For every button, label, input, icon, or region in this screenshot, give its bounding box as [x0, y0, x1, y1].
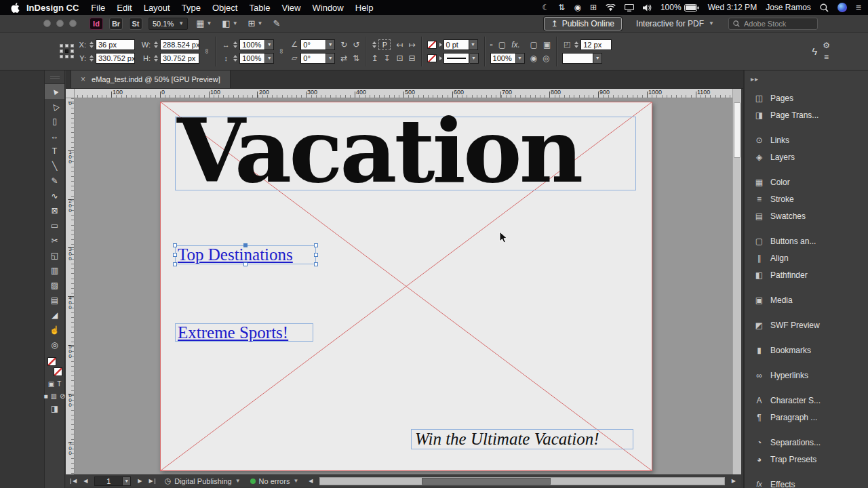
- panel-button-stroke[interactable]: ≡Stroke: [745, 190, 868, 207]
- wrap-jump-icon[interactable]: ◎: [542, 54, 549, 63]
- frame-tool[interactable]: ⊠: [45, 203, 64, 218]
- h-stepper[interactable]: [153, 54, 159, 63]
- gradient-feather-tool[interactable]: ▨: [45, 278, 64, 293]
- zoom-level-dropdown[interactable]: 50.1%▼: [149, 18, 188, 30]
- panel-button-align[interactable]: ∥Align: [745, 249, 868, 266]
- panel-button-separations-preview[interactable]: ◔Separations...: [745, 434, 868, 451]
- panel-button-trap-presets[interactable]: ◕Trap Presets: [745, 451, 868, 468]
- type-tool[interactable]: T: [45, 144, 64, 159]
- fill-swatch[interactable]: [47, 357, 56, 366]
- top-destinations-text-frame[interactable]: Top Destinations: [175, 245, 316, 264]
- menu-file[interactable]: File: [91, 3, 105, 13]
- volume-icon[interactable]: [643, 4, 652, 12]
- selection-handle[interactable]: [243, 243, 248, 247]
- x-position-input[interactable]: 36 px: [96, 39, 135, 50]
- fill-stroke-controls[interactable]: [45, 355, 65, 378]
- corner-radius-stepper[interactable]: [573, 40, 579, 49]
- panel-button-page-transitions[interactable]: ◨Page Trans...: [745, 106, 868, 123]
- menu-edit[interactable]: Edit: [117, 3, 132, 13]
- apply-color-icon[interactable]: ■: [44, 393, 48, 400]
- footer-text-frame[interactable]: Win the Ultimate Vacation!: [411, 429, 633, 449]
- menu-layout[interactable]: Layout: [144, 3, 170, 13]
- headline-text-frame[interactable]: Vacation: [175, 117, 636, 190]
- fit-content-icon[interactable]: ↤: [396, 40, 403, 49]
- page-number-dropdown[interactable]: 1▼: [94, 476, 131, 486]
- panel-button-swatches[interactable]: ▤Swatches: [745, 207, 868, 224]
- apple-menu[interactable]: [11, 3, 20, 13]
- center-content-icon[interactable]: ⊡: [396, 54, 403, 63]
- selection-handle[interactable]: [173, 243, 177, 247]
- extreme-sports-link[interactable]: Extreme Sports!: [176, 324, 313, 342]
- next-page-button[interactable]: ▶: [137, 479, 142, 484]
- stroke-color-swatch[interactable]: [427, 41, 437, 49]
- corner-radius-input[interactable]: 12 px: [580, 39, 612, 50]
- gap-tool[interactable]: ↔: [45, 129, 64, 144]
- screen-mode-button[interactable]: ◧▼: [220, 18, 239, 28]
- scale-x-stepper[interactable]: [232, 40, 238, 49]
- menu-table[interactable]: Table: [249, 3, 270, 13]
- previous-page-button[interactable]: ◀: [83, 479, 88, 484]
- apply-gradient-icon[interactable]: ▥: [51, 393, 57, 400]
- reference-point-selector[interactable]: [60, 44, 74, 58]
- gear-icon[interactable]: ⚙: [823, 41, 830, 49]
- align-bottom-icon[interactable]: ↧: [383, 54, 390, 63]
- line-tool[interactable]: ╲: [45, 159, 64, 174]
- selection-handle[interactable]: [243, 262, 248, 266]
- panel-button-paragraph-styles[interactable]: ¶Paragraph ...: [745, 409, 868, 426]
- panel-button-effects[interactable]: fxEffects: [745, 476, 868, 488]
- eyedropper-tool[interactable]: ◢: [45, 308, 64, 323]
- close-tab-icon[interactable]: ×: [81, 75, 85, 84]
- w-stepper[interactable]: [153, 40, 159, 49]
- corner-shape-dropdown[interactable]: ▼: [562, 53, 602, 64]
- screen-recording-icon[interactable]: ◉: [574, 3, 580, 12]
- siri-icon[interactable]: [837, 3, 847, 12]
- gradient-swatch-tool[interactable]: ▥: [45, 263, 64, 278]
- document-canvas[interactable]: Vacation Top Destinations Extreme Sports…: [75, 98, 732, 474]
- height-input[interactable]: 30.752 px: [160, 53, 199, 64]
- pencil-tool[interactable]: ∿: [45, 188, 64, 203]
- menu-window[interactable]: Window: [313, 3, 344, 13]
- opacity-dropdown[interactable]: 100%▼: [490, 53, 525, 64]
- vertical-scrollbar[interactable]: [732, 89, 741, 474]
- extreme-sports-text-frame[interactable]: Extreme Sports!: [175, 323, 313, 342]
- bridge-button[interactable]: Br: [109, 18, 123, 30]
- rotate-counterclockwise-button[interactable]: ↺: [353, 40, 359, 49]
- selection-tool[interactable]: ▲: [45, 84, 64, 99]
- panel-button-pathfinder[interactable]: ◧Pathfinder: [745, 266, 868, 283]
- fit-frame-icon[interactable]: ↦: [408, 40, 415, 49]
- panel-button-swf-preview[interactable]: ◩SWF Preview: [745, 317, 868, 333]
- rotate-clockwise-button[interactable]: ↻: [340, 40, 347, 49]
- rotation-angle-dropdown[interactable]: 0°▼: [300, 39, 335, 50]
- adobe-stock-search-input[interactable]: Adobe Stock: [728, 18, 818, 30]
- fit-proportional-icon[interactable]: ⊟: [408, 54, 415, 63]
- selection-handle[interactable]: [173, 262, 177, 266]
- panel-button-color[interactable]: ▦Color: [745, 174, 868, 190]
- quick-apply-icon[interactable]: ϟ: [812, 45, 817, 57]
- wifi-icon[interactable]: [606, 4, 616, 12]
- scroll-right-button[interactable]: ▶: [731, 479, 736, 484]
- first-page-button[interactable]: ◀: [71, 479, 79, 484]
- close-window-button[interactable]: [43, 20, 51, 27]
- horizontal-scrollbar-thumb[interactable]: [422, 478, 551, 485]
- menu-type[interactable]: Type: [182, 3, 201, 13]
- horizontal-scrollbar[interactable]: [319, 477, 724, 485]
- minimize-window-button[interactable]: [56, 20, 64, 27]
- scale-y-stepper[interactable]: [232, 54, 238, 63]
- panel-button-buttons-and-forms[interactable]: ▢Buttons an...: [745, 232, 868, 249]
- align-top-icon[interactable]: ↥: [371, 54, 378, 63]
- constrain-dimensions-icon[interactable]: ∞: [203, 49, 211, 54]
- notification-center-icon[interactable]: ≡: [856, 3, 861, 12]
- liquid-layout-button[interactable]: ✎: [271, 18, 282, 28]
- wrap-bounding-icon[interactable]: ▣: [543, 40, 551, 49]
- fill-color-swatch[interactable]: [427, 54, 437, 62]
- x-stepper[interactable]: [88, 40, 94, 49]
- workspace-switcher[interactable]: Interactive for PDF▼: [636, 19, 714, 28]
- screen-mode-toggle-icon[interactable]: ◨: [51, 405, 58, 413]
- last-page-button[interactable]: ▶: [146, 479, 155, 484]
- selection-handle[interactable]: [314, 243, 318, 247]
- stock-button[interactable]: St: [129, 18, 142, 30]
- panel-button-bookmarks[interactable]: ▮Bookmarks: [745, 342, 868, 359]
- panel-button-layers[interactable]: ◈Layers: [745, 148, 868, 165]
- drop-shadow-icon[interactable]: ▫: [490, 40, 493, 49]
- width-input[interactable]: 288.524 px: [160, 39, 199, 50]
